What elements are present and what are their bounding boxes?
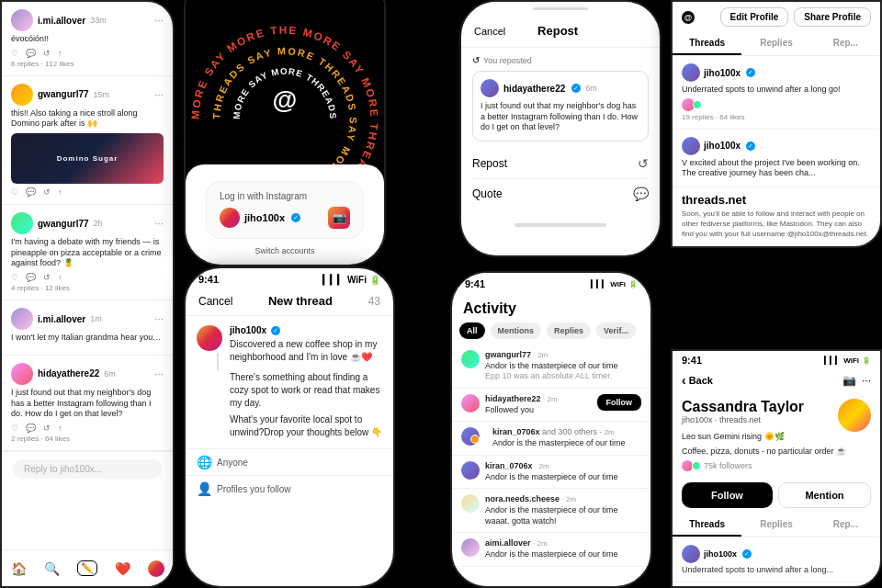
more-icon[interactable]: ··· <box>154 14 164 27</box>
profile-tabs: Threads Replies Rep... <box>673 514 880 537</box>
status-icons: ▎▎▎ WiFi 🔋 <box>824 356 871 365</box>
more-icon[interactable]: ··· <box>154 368 164 380</box>
phone-feed: i.mi.allover 33m ··· évocóión!! ♡ 💬 ↺ ↑ … <box>0 0 175 588</box>
tab-mentions[interactable]: Mentions <box>491 322 542 339</box>
threads-net-desc: Soon, you'll be able to follow and inter… <box>682 209 871 240</box>
more-icon[interactable]: ··· <box>154 88 164 101</box>
profile-avatar <box>838 399 871 432</box>
compose-username: jiho100x <box>230 325 266 335</box>
heart-icon[interactable]: ♡ <box>11 187 18 197</box>
post-avatar <box>682 137 700 155</box>
threads-net-title: threads.net <box>682 193 871 207</box>
heart-icon[interactable]: ♡ <box>11 273 18 282</box>
tab-all[interactable]: All <box>459 322 485 339</box>
compose-area: jiho100x ✓ Discovered a new coffee shop … <box>186 316 393 448</box>
activity-item-2: hidayathere22 · 2m Followed you Follow <box>452 389 650 422</box>
instagram-link-icon[interactable]: 📷 <box>842 374 856 387</box>
tab-verified[interactable]: Verif... <box>596 322 636 339</box>
post-text: Underrated spots to unwind after a long … <box>682 85 871 96</box>
post-avatar <box>682 63 700 82</box>
cancel-button[interactable]: Cancel <box>474 26 505 37</box>
home-icon[interactable]: 🏠 <box>11 561 27 576</box>
back-button[interactable]: ‹ Back <box>682 373 713 388</box>
instagram-icon[interactable]: 📷 <box>328 207 350 229</box>
wifi-icon: WiFi <box>843 356 859 365</box>
share-icon[interactable]: ↑ <box>58 424 62 433</box>
compose-icon[interactable]: ✏️ <box>77 560 97 576</box>
switch-accounts-link[interactable]: Switch accounts <box>195 246 375 255</box>
repost-option[interactable]: Repost ↺ <box>472 149 649 179</box>
tab-rep[interactable]: Rep... <box>811 32 880 55</box>
audience-row-1[interactable]: 🌐 Anyone <box>186 448 393 475</box>
repost-icon[interactable]: ↺ <box>43 187 51 197</box>
share-icon[interactable]: ↑ <box>58 273 62 282</box>
tab-replies[interactable]: Replies <box>741 514 810 537</box>
battery-icon: 🔋 <box>628 280 638 288</box>
cancel-button[interactable]: Cancel <box>198 295 232 308</box>
feed-post-1: i.mi.allover 33m ··· évocóión!! ♡ 💬 ↺ ↑ … <box>2 2 173 76</box>
tab-replies[interactable]: Replies <box>547 322 591 339</box>
audience-row-2[interactable]: 👤 Profiles you follow <box>186 475 393 502</box>
verified-icon: ✓ <box>742 549 752 559</box>
compose-text-1[interactable]: Discovered a new coffee shop in my neigh… <box>230 338 382 364</box>
post-text: I just found out that my neighbor's dog … <box>11 388 164 420</box>
you-reposted-badge: ↺ You reposted <box>472 55 649 65</box>
follow-button[interactable]: Follow <box>682 482 773 508</box>
feed-post-5: hidayathere22 6m ··· I just found out th… <box>2 356 173 451</box>
avatar <box>11 363 33 385</box>
edit-profile-button[interactable]: Edit Profile <box>720 7 789 27</box>
repost-icon[interactable]: ↺ <box>43 273 51 282</box>
username: i.mi.allover <box>38 314 85 324</box>
profile-avatar[interactable] <box>148 560 164 577</box>
repost-icon[interactable]: ↺ <box>43 49 51 58</box>
heart-icon[interactable]: ♡ <box>11 49 18 58</box>
comment-icon[interactable]: 💬 <box>26 49 36 58</box>
profile-post-preview: jiho100x ✓ Underrated spots to unwind af… <box>673 537 880 582</box>
phone-profile: 9:41 ▎▎▎ WiFi 🔋 ‹ Back 📷 ··· Cassandra T… <box>671 349 882 588</box>
comment-icon[interactable]: 💬 <box>26 187 36 197</box>
verified-icon: ✓ <box>746 141 755 151</box>
bottom-nav: 🏠 🔍 ✏️ ❤️ <box>2 549 173 586</box>
heart-icon[interactable]: ♡ <box>11 424 18 433</box>
status-bar: 9:41 ▎▎▎ WiFi 🔋 <box>452 273 650 291</box>
more-icon[interactable]: ··· <box>154 217 164 230</box>
time: 9:41 <box>465 278 485 289</box>
char-count: 43 <box>368 295 380 308</box>
more-icon[interactable]: ··· <box>862 374 871 387</box>
threads-logo-icon: @ <box>682 11 695 24</box>
compose-text-2[interactable]: There's something about finding a cozy s… <box>230 371 382 410</box>
thread-line <box>217 353 219 371</box>
quote-label: Quote <box>472 187 503 200</box>
reply-input[interactable]: Reply to jiho100x... <box>13 459 162 479</box>
followers-count: 75k followers <box>704 461 752 470</box>
avatar <box>11 84 33 106</box>
share-icon[interactable]: ↑ <box>58 187 62 197</box>
share-icon[interactable]: ↑ <box>58 49 62 58</box>
quote-option[interactable]: Quote 💬 <box>472 179 649 209</box>
compose-user-row: jiho100x ✓ Discovered a new coffee shop … <box>197 325 382 364</box>
activity-item-4: kiran_0706x · 2m Andor is the masterpiec… <box>452 456 650 489</box>
activity-icon[interactable]: ❤️ <box>115 561 130 576</box>
profile-name: Cassandra Taylor <box>682 399 804 415</box>
repost-icon[interactable]: ↺ <box>43 424 51 433</box>
profile-post-1: jiho100x ✓ Underrated spots to unwind af… <box>673 56 880 130</box>
post-stats: 2 replies · 64 likes <box>11 435 164 443</box>
quote-icon: 💬 <box>633 187 649 201</box>
tab-threads[interactable]: Threads <box>673 32 741 55</box>
login-username: jiho100x <box>244 212 285 223</box>
verified-icon: ✓ <box>746 68 755 77</box>
share-profile-button[interactable]: Share Profile <box>794 7 871 27</box>
phone-new-thread: 9:41 ▎▎▎ WiFi 🔋 Cancel New thread 43 jih… <box>184 266 395 588</box>
tab-threads[interactable]: Threads <box>673 514 741 537</box>
tab-rep[interactable]: Rep... <box>811 514 880 537</box>
follow-button[interactable]: Follow <box>597 394 642 411</box>
comment-icon[interactable]: 💬 <box>26 424 36 433</box>
more-icon[interactable]: ··· <box>154 312 164 325</box>
mention-button[interactable]: Mention <box>778 482 871 508</box>
comment-icon[interactable]: 💬 <box>26 273 36 282</box>
search-icon[interactable]: 🔍 <box>44 561 60 576</box>
tab-replies[interactable]: Replies <box>741 32 810 55</box>
profile-info: Cassandra Taylor jiho100x · threads.net … <box>673 391 880 482</box>
feed-post-2: gwangurl77 15m ··· this!! Also taking a … <box>2 76 173 205</box>
compose-text-3[interactable]: What's your favorite local spot to unwin… <box>230 413 382 439</box>
